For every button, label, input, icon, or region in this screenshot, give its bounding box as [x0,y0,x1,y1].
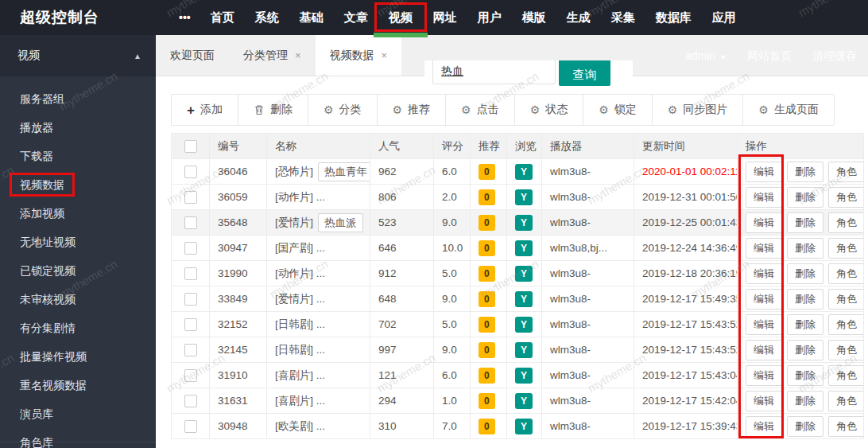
cell-recommend: 0 [471,312,507,337]
cell-updated: 2019-12-17 15:43:52 [634,312,738,337]
delete-button[interactable]: 删除 [787,340,823,360]
sidebar-item[interactable]: 未审核视频 [0,285,156,314]
sidebar-item[interactable]: 播放器 [0,113,156,142]
row-checkbox[interactable] [184,369,197,382]
role-button[interactable]: 角色 [828,289,864,310]
row-checkbox[interactable] [184,242,197,255]
delete-button[interactable]: 删除 [787,212,823,233]
delete-button[interactable]: 删除 [787,263,823,284]
nav-item[interactable]: 文章 [334,0,378,35]
row-checkbox[interactable] [184,395,197,407]
delete-button[interactable]: 删除 [787,238,823,259]
nav-item[interactable]: 模版 [512,0,556,35]
sidebar-item[interactable]: 批量操作视频 [0,342,156,371]
sidebar-header[interactable]: 视频 ▲ [0,35,156,76]
edit-button[interactable]: 编辑 [746,365,782,386]
edit-button[interactable]: 编辑 [746,416,782,437]
toolbar-button[interactable]: ⚙分类 [308,95,377,125]
nav-item[interactable]: 生成 [556,0,601,35]
nav-item[interactable]: 视频 [378,0,423,35]
toolbar-button[interactable]: 删除 [238,95,308,125]
toolbar-button[interactable]: ⚙状态 [514,95,583,125]
row-checkbox[interactable] [184,293,197,306]
clear-cache-link[interactable]: 清理缓存 [812,49,857,64]
nav-item[interactable]: 采集 [601,0,645,35]
cell-id: 31990 [210,261,267,286]
row-checkbox[interactable] [184,318,197,331]
edit-button[interactable]: 编辑 [746,162,782,182]
tab-item[interactable]: 欢迎页面 [156,35,229,76]
edit-button[interactable]: 编辑 [746,187,782,208]
delete-button[interactable]: 删除 [787,162,823,182]
role-button[interactable]: 角色 [828,340,864,360]
delete-button[interactable]: 删除 [787,416,823,437]
delete-button[interactable]: 删除 [787,391,823,411]
search-input[interactable] [432,60,556,84]
role-button[interactable]: 角色 [828,162,864,182]
role-button[interactable]: 角色 [828,314,864,335]
nav-item[interactable]: 用户 [467,0,512,35]
sidebar-item[interactable]: 无地址视频 [0,228,156,256]
sidebar-item[interactable]: 服务器组 [0,84,156,113]
sidebar-item[interactable]: 角色库 [0,428,156,448]
edit-button[interactable]: 编辑 [746,263,782,284]
cell-recommend: 0 [471,388,507,414]
header-cell: 播放器 [542,134,634,159]
edit-button[interactable]: 编辑 [746,289,782,310]
more-menu-icon[interactable]: ••• [169,0,200,35]
row-checkbox[interactable] [184,420,197,433]
role-button[interactable]: 角色 [828,365,864,386]
sidebar-item[interactable]: 已锁定视频 [0,256,156,285]
edit-button[interactable]: 编辑 [746,340,782,360]
site-home-link[interactable]: 网站首页 [747,49,792,64]
role-button[interactable]: 角色 [828,391,864,411]
delete-button[interactable]: 删除 [787,314,823,335]
close-icon[interactable]: × [382,49,388,61]
row-checkbox[interactable] [184,191,197,204]
tab-active[interactable]: 视频数据× [316,35,402,76]
delete-button[interactable]: 删除 [787,365,823,386]
sidebar-item[interactable]: 视频数据 [0,170,156,199]
sidebar-item[interactable]: 重名视频数据 [0,371,156,399]
toolbar-button[interactable]: ⚙点击 [445,95,514,125]
sidebar-item[interactable]: 下载器 [0,142,156,170]
sidebar-item[interactable]: 添加视频 [0,199,156,228]
edit-button[interactable]: 编辑 [746,212,782,233]
nav-item[interactable]: 首页 [200,0,245,35]
nav-item[interactable]: 基础 [289,0,334,35]
toolbar-button[interactable]: ⚙生成页面 [742,95,834,125]
toolbar-button[interactable]: ⚙同步图片 [652,95,743,125]
cell-recommend: 0 [471,337,507,363]
toolbar-button[interactable]: ⚙推荐 [377,95,446,125]
edit-button[interactable]: 编辑 [746,314,782,335]
sidebar-item[interactable]: 演员库 [0,399,156,428]
close-icon[interactable]: × [295,49,301,61]
toolbar-button[interactable]: +添加 [172,95,238,125]
row-checkbox[interactable] [184,344,197,356]
toolbar-button[interactable]: ⚙锁定 [583,95,652,125]
role-button[interactable]: 角色 [828,238,864,259]
tab-item[interactable]: 分类管理× [229,35,316,76]
cell-updated: 2019-12-17 15:42:04 [634,388,738,414]
search-button[interactable]: 查询 [559,60,610,86]
delete-button[interactable]: 删除 [787,289,823,310]
nav-item[interactable]: 系统 [245,0,289,35]
user-dropdown[interactable]: admin▼ [685,49,727,64]
browse-badge: Y [515,189,533,205]
nav-item[interactable]: 网址 [423,0,467,35]
row-checkbox[interactable] [184,216,197,229]
edit-button[interactable]: 编辑 [746,238,782,259]
edit-button[interactable]: 编辑 [746,391,782,411]
role-button[interactable]: 角色 [828,212,864,233]
sidebar-item[interactable]: 有分集剧情 [0,314,156,342]
select-all-checkbox[interactable] [184,140,197,153]
nav-item[interactable]: 应用 [702,0,746,35]
role-button[interactable]: 角色 [828,263,864,284]
table-row: 31910[喜剧片] ...1216.00Ywlm3u8-2019-12-17 … [172,363,864,388]
delete-button[interactable]: 删除 [787,187,823,208]
role-button[interactable]: 角色 [828,416,864,437]
row-checkbox[interactable] [184,166,197,178]
row-checkbox[interactable] [184,267,197,280]
role-button[interactable]: 角色 [828,187,864,208]
nav-item[interactable]: 数据库 [645,0,702,35]
